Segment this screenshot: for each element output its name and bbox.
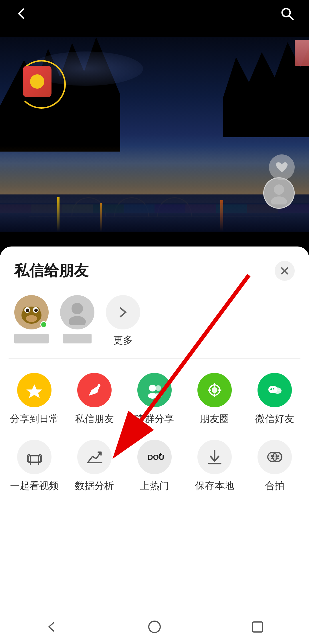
svg-marker-16 bbox=[26, 384, 42, 398]
svg-point-3 bbox=[271, 196, 287, 204]
svg-point-22 bbox=[154, 393, 162, 398]
bottom-sheet: 私信给朋友 bbox=[0, 247, 309, 644]
svg-text:+: + bbox=[159, 451, 162, 458]
nav-home[interactable] bbox=[143, 616, 166, 639]
friend-item-2[interactable] bbox=[60, 295, 94, 347]
trending-icon: DOU + bbox=[137, 440, 172, 474]
wechat-icon bbox=[258, 373, 292, 407]
svg-point-32 bbox=[270, 388, 272, 390]
profile-avatar[interactable] bbox=[263, 177, 295, 209]
more-label: 更多 bbox=[113, 334, 133, 347]
thumbnail-preview[interactable] bbox=[295, 40, 309, 66]
collab-label: 合拍 bbox=[265, 479, 284, 492]
svg-text:+: + bbox=[157, 381, 161, 388]
svg-point-19 bbox=[149, 385, 156, 391]
svg-point-31 bbox=[274, 387, 282, 394]
sheet-title: 私信给朋友 bbox=[14, 261, 89, 281]
svg-point-12 bbox=[34, 309, 38, 312]
collab-icon bbox=[258, 440, 292, 474]
friend-name-2 bbox=[63, 334, 92, 346]
friend-avatar-2 bbox=[60, 295, 94, 329]
svg-point-34 bbox=[275, 389, 277, 391]
svg-point-33 bbox=[273, 388, 274, 389]
action-collab[interactable]: 合拍 bbox=[246, 440, 303, 492]
back-button[interactable] bbox=[14, 6, 29, 22]
nav-back[interactable] bbox=[40, 616, 63, 639]
private-msg-icon bbox=[77, 373, 112, 407]
svg-point-18 bbox=[98, 384, 100, 387]
friend-name-1 bbox=[14, 334, 49, 346]
action-wechat[interactable]: 微信好友 bbox=[246, 373, 303, 426]
share-daily-label: 分享到日常 bbox=[10, 412, 59, 426]
action-trending[interactable]: DOU + 上热门 bbox=[126, 440, 183, 492]
close-button[interactable] bbox=[275, 261, 295, 281]
svg-point-54 bbox=[149, 621, 160, 633]
online-indicator bbox=[40, 321, 47, 328]
wechat-label: 微信好友 bbox=[255, 412, 294, 426]
action-share-daily[interactable]: 分享到日常 bbox=[6, 373, 63, 426]
private-msg-label: 私信朋友 bbox=[75, 412, 114, 426]
svg-point-13 bbox=[26, 315, 37, 322]
svg-point-25 bbox=[212, 387, 217, 393]
friend-item-1[interactable] bbox=[14, 295, 49, 347]
action-private-msg[interactable]: 私信朋友 bbox=[66, 373, 123, 426]
water-reflection bbox=[0, 194, 309, 232]
action-analytics[interactable]: 数据分析 bbox=[66, 440, 123, 492]
friend-avatar-1 bbox=[14, 295, 49, 329]
watch-together-label: 一起看视频 bbox=[10, 479, 59, 492]
navigation-bar bbox=[0, 610, 309, 644]
svg-point-11 bbox=[26, 309, 29, 312]
like-icon bbox=[269, 154, 295, 180]
svg-point-15 bbox=[69, 316, 86, 325]
svg-point-14 bbox=[72, 303, 83, 314]
save-local-label: 保存本地 bbox=[195, 479, 234, 492]
group-share-label: 建群分享 bbox=[135, 412, 174, 426]
search-button[interactable] bbox=[280, 6, 295, 22]
moments-icon bbox=[197, 373, 232, 407]
trending-label: 上热门 bbox=[140, 479, 169, 492]
analytics-icon bbox=[77, 440, 112, 474]
group-share-icon: + bbox=[137, 373, 172, 407]
action-moments[interactable]: 朋友圈 bbox=[186, 373, 243, 426]
red-packet-icon bbox=[23, 66, 52, 97]
action-save-local[interactable]: 保存本地 bbox=[186, 440, 243, 492]
svg-point-51 bbox=[277, 455, 279, 457]
action-grid: 分享到日常 私信朋友 + 建群分 bbox=[0, 359, 309, 507]
svg-point-50 bbox=[276, 455, 277, 457]
more-circle-icon bbox=[106, 295, 140, 329]
svg-point-35 bbox=[278, 389, 280, 391]
sheet-header: 私信给朋友 bbox=[0, 247, 309, 289]
svg-line-1 bbox=[289, 15, 293, 19]
svg-point-47 bbox=[273, 452, 282, 462]
action-group-share[interactable]: + 建群分享 bbox=[126, 373, 183, 426]
like-area[interactable] bbox=[269, 154, 295, 180]
nav-recent[interactable] bbox=[246, 616, 269, 639]
save-local-icon bbox=[197, 440, 232, 474]
svg-point-2 bbox=[274, 184, 284, 195]
action-watch-together[interactable]: 一起看视频 bbox=[6, 440, 63, 492]
svg-point-48 bbox=[271, 455, 273, 457]
svg-point-49 bbox=[273, 455, 274, 457]
svg-line-40 bbox=[38, 462, 39, 464]
share-daily-icon bbox=[17, 373, 52, 407]
analytics-label: 数据分析 bbox=[75, 479, 114, 492]
moments-label: 朋友圈 bbox=[200, 412, 229, 426]
svg-rect-55 bbox=[253, 622, 263, 632]
more-friends-button[interactable]: 更多 bbox=[106, 295, 140, 347]
svg-line-39 bbox=[30, 462, 31, 464]
red-packet-area[interactable] bbox=[17, 60, 69, 112]
top-bar bbox=[0, 0, 309, 29]
friend-list: 更多 bbox=[0, 289, 309, 358]
watch-together-icon bbox=[17, 440, 52, 474]
